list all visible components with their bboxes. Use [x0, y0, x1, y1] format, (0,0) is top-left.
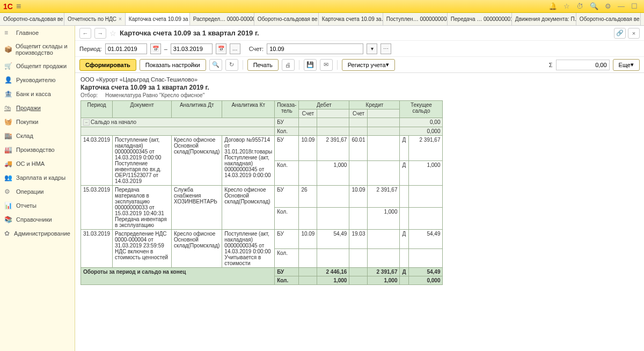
- sidebar-icon: ⚙: [4, 188, 13, 195]
- col-credit-account: Счет: [349, 109, 368, 118]
- save-icon[interactable]: 💾: [304, 59, 317, 71]
- tab[interactable]: Распредел… 0000-000004×: [190, 13, 254, 25]
- print-button[interactable]: Печать: [247, 59, 279, 71]
- favorite-star-icon[interactable]: ☆: [109, 29, 116, 38]
- sidebar-label: Покупки: [16, 119, 38, 125]
- sidebar-label: Главное: [16, 30, 39, 36]
- sidebar-icon: 📚: [4, 216, 13, 223]
- account-label: Счет:: [249, 46, 264, 52]
- collapse-icon[interactable]: −: [83, 119, 90, 126]
- period-label: Период:: [79, 46, 102, 52]
- settings-icon[interactable]: ⚙: [605, 2, 611, 10]
- nav-back-button[interactable]: ←: [79, 28, 91, 39]
- sidebar-label: Операции: [16, 188, 43, 195]
- minimize-icon[interactable]: —: [618, 2, 625, 10]
- col-debit-sum: [317, 109, 349, 118]
- filter-note: Отбор: Номенклатура Равно "Кресло офисно…: [80, 92, 639, 98]
- sidebar-icon: 👥: [4, 174, 13, 181]
- star-icon[interactable]: ☆: [564, 2, 570, 10]
- tab[interactable]: Оборотно-сальдовая ве…×: [576, 13, 641, 25]
- sidebar-label: Общепит склады и производство: [16, 43, 70, 56]
- nav-forward-button[interactable]: →: [94, 28, 106, 39]
- more-button[interactable]: Еще ▾: [613, 59, 640, 71]
- tab[interactable]: Отчетность по НДС×: [64, 13, 126, 25]
- show-settings-button[interactable]: Показать настройки: [140, 59, 206, 71]
- filter-bar: Период: 📅 – 📅 … Счет: ▾ ⋯: [75, 41, 644, 57]
- calendar-to-icon[interactable]: 📅: [216, 43, 226, 54]
- sigma-icon: Σ: [549, 62, 553, 68]
- table-row[interactable]: 14.03.2019Поступление (акт, накладная) 0…: [81, 136, 443, 161]
- tabs-bar: Оборотно-сальдовая ве…×Отчетность по НДС…: [0, 13, 644, 26]
- link-icon[interactable]: 🔗: [614, 28, 626, 39]
- table-row[interactable]: 15.03.2019Передача материалов в эксплуат…: [81, 186, 443, 208]
- logo-1c: 1C: [3, 2, 13, 11]
- sidebar-label: Банк и касса: [16, 91, 51, 97]
- tab[interactable]: Карточка счета 10.09 за …×: [126, 13, 190, 25]
- bell-icon[interactable]: 🔔: [548, 2, 557, 10]
- sidebar-item[interactable]: 👥Зарплата и кадры: [0, 171, 75, 185]
- col-period: Период: [81, 101, 113, 118]
- sidebar-item[interactable]: 🛍Продажи: [0, 101, 75, 115]
- search-icon[interactable]: 🔍: [590, 2, 598, 10]
- sidebar-item[interactable]: 👤Руководителю: [0, 73, 75, 87]
- register-button[interactable]: Регистр учета ▾: [342, 59, 395, 71]
- sidebar-icon: 🛒: [4, 62, 13, 70]
- account-input[interactable]: [267, 43, 363, 54]
- col-credit-sum: [368, 109, 400, 118]
- close-icon[interactable]: ×: [119, 16, 122, 22]
- tab[interactable]: Движения документа: П…×: [512, 13, 576, 25]
- sidebar-label: Администрирование: [14, 230, 70, 237]
- tab[interactable]: Карточка счета 10.09 за…×: [319, 13, 383, 25]
- print-icon[interactable]: 🖨: [282, 59, 295, 71]
- tab[interactable]: Оборотно-сальдовая ве…×: [0, 13, 64, 25]
- sidebar-item[interactable]: 🏭Производство: [0, 143, 75, 157]
- sidebar-icon: 📦: [4, 46, 12, 53]
- account-select-button[interactable]: ⋯: [380, 43, 391, 54]
- sidebar-item[interactable]: ⚙Операции: [0, 185, 75, 199]
- sidebar-item[interactable]: 🏬Склад: [0, 129, 75, 143]
- sidebar-item[interactable]: ≡Главное: [0, 26, 75, 40]
- period-picker-button[interactable]: …: [230, 43, 240, 54]
- report-area: ООО «Курорт «Царьград Спас-Тешилово» Кар…: [75, 73, 644, 351]
- sidebar-item[interactable]: 🛒Общепит продажи: [0, 59, 75, 73]
- table-row[interactable]: 31.03.2019Распределение НДС 0000-000004 …: [81, 230, 443, 249]
- account-dropdown-icon[interactable]: ▾: [367, 43, 377, 54]
- col-debit-account: Счет: [299, 109, 317, 118]
- sidebar-label: Склад: [16, 133, 33, 139]
- sidebar-item[interactable]: 🚚ОС и НМА: [0, 157, 75, 171]
- titlebar: 1C ≡ 🔔 ☆ ⏱ 🔍 ⚙ — ☐: [0, 0, 644, 13]
- sidebar-item[interactable]: ✿Администрирование: [0, 226, 75, 240]
- sidebar-item[interactable]: 🧺Покупки: [0, 115, 75, 129]
- maximize-icon[interactable]: ☐: [631, 2, 638, 10]
- email-icon[interactable]: ✉: [320, 59, 333, 71]
- sidebar-icon: 🏬: [4, 132, 13, 140]
- totals-row: Обороты за период и сальдо на конецБУ2 4…: [81, 268, 443, 276]
- date-from-input[interactable]: [105, 43, 147, 54]
- tab[interactable]: Поступлен… 00000000045×: [383, 13, 448, 25]
- calendar-from-icon[interactable]: 📅: [150, 43, 161, 54]
- date-to-input[interactable]: [171, 43, 213, 54]
- page-header: ← → ☆ Карточка счета 10.09 за 1 квартал …: [75, 26, 644, 41]
- tab[interactable]: Оборотно-сальдовая ве…×: [254, 13, 319, 25]
- sidebar-label: Продажи: [16, 105, 41, 111]
- sidebar-label: Руководителю: [16, 77, 55, 83]
- history-icon[interactable]: ⏱: [576, 2, 583, 10]
- sidebar-item[interactable]: 📊Отчеты: [0, 199, 75, 213]
- col-credit: Кредит: [349, 101, 400, 109]
- col-akt: Аналитика Кт: [222, 101, 275, 118]
- form-button[interactable]: Сформировать: [79, 59, 136, 71]
- tab[interactable]: Передача … 00000000011×: [448, 13, 512, 25]
- refresh-icon[interactable]: ↻: [225, 59, 238, 71]
- find-icon[interactable]: 🔍: [209, 59, 222, 71]
- close-page-button[interactable]: ×: [628, 28, 640, 39]
- sidebar-icon: 📊: [4, 202, 13, 209]
- sidebar-label: Зарплата и кадры: [16, 174, 65, 181]
- hamburger-icon[interactable]: ≡: [16, 2, 21, 11]
- sidebar-item[interactable]: 📦Общепит склады и производство: [0, 40, 75, 59]
- sidebar-item[interactable]: 🏦Банк и касса: [0, 87, 75, 101]
- org-name: ООО «Курорт «Царьград Спас-Тешилово»: [80, 76, 639, 83]
- sidebar-item[interactable]: 📚Справочники: [0, 213, 75, 226]
- sidebar-icon: 👤: [4, 76, 13, 84]
- col-balance: Текущее сальдо: [400, 101, 443, 118]
- sidebar-icon: 🚚: [4, 160, 13, 167]
